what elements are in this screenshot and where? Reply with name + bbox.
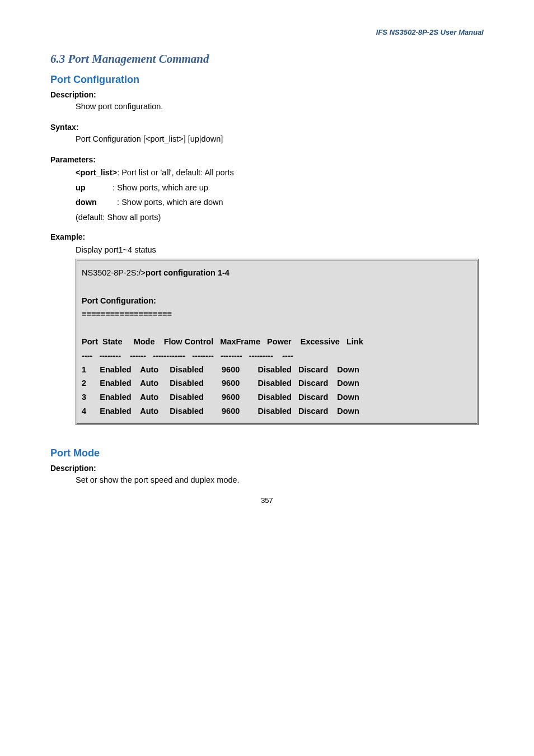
param-default: (default: Show all ports)	[50, 211, 484, 225]
param-sep-0: :	[117, 168, 121, 177]
cli-command-line: NS3502-8P-2S:/>port configuration 1-4	[82, 266, 472, 280]
cli-row-3: 4 Enabled Auto Disabled 9600 Disabled Di…	[82, 404, 472, 418]
cli-command: port configuration 1-4	[146, 268, 229, 277]
doc-header: IFS NS3502-8P-2S User Manual	[50, 28, 484, 36]
syntax-label: Syntax:	[50, 123, 484, 132]
section-heading: 6.3 Port Management Command	[50, 52, 484, 66]
param-line-2: down : Show ports, which are down	[50, 195, 484, 209]
example-text: Display port1~4 status	[50, 243, 484, 257]
param-line-1: up : Show ports, which are up	[50, 181, 484, 195]
port-configuration-title: Port Configuration	[50, 74, 484, 86]
page-number: 357	[50, 496, 484, 505]
param-key-0: <port_list>	[76, 168, 117, 177]
port-mode-description-text: Set or show the port speed and duplex mo…	[50, 474, 484, 486]
cli-output-box: NS3502-8P-2S:/>port configuration 1-4 Po…	[76, 259, 479, 425]
cli-divider: ===================	[82, 307, 472, 321]
description-label: Description:	[50, 90, 484, 99]
cli-row-2: 3 Enabled Auto Disabled 9600 Disabled Di…	[82, 390, 472, 404]
param-text-2: Show ports, which are down	[121, 198, 223, 207]
cli-columns: Port State Mode Flow Control MaxFrame Po…	[82, 335, 472, 349]
param-text-0: Port list or 'all', default: All ports	[121, 168, 234, 177]
cli-section-heading: Port Configuration:	[82, 294, 472, 308]
port-mode-title: Port Mode	[50, 447, 484, 459]
cli-col-underline: ---- -------- ------ ------------ ------…	[82, 349, 472, 363]
param-key-1: up	[76, 183, 86, 192]
syntax-text: Port Configuration [<port_list>] [up|dow…	[50, 133, 484, 145]
cli-prompt: NS3502-8P-2S:/>	[82, 268, 146, 277]
cli-row-0: 1 Enabled Auto Disabled 9600 Disabled Di…	[82, 363, 472, 377]
cli-row-1: 2 Enabled Auto Disabled 9600 Disabled Di…	[82, 376, 472, 390]
param-key-2: down	[76, 198, 97, 207]
description-text: Show port configuration.	[50, 101, 484, 113]
example-label: Example:	[50, 232, 484, 241]
param-sep-2: :	[97, 198, 121, 207]
parameters-label: Parameters:	[50, 155, 484, 164]
param-text-1: Show ports, which are up	[117, 183, 208, 192]
param-sep-1: :	[86, 183, 117, 192]
param-line-0: <port_list>: Port list or 'all', default…	[50, 166, 484, 180]
port-mode-description-label: Description:	[50, 464, 484, 473]
